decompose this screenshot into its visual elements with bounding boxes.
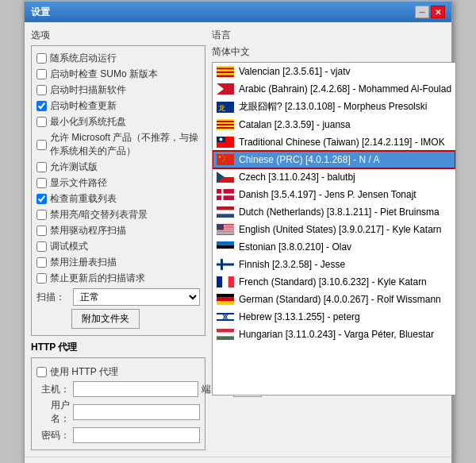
svg-rect-47 — [222, 276, 228, 287]
lang-name: French (Standard) [3.10.6.232] - Kyle Ka… — [239, 276, 427, 287]
cb-scan-new-input[interactable] — [36, 85, 47, 95]
minimize-button[interactable]: ─ — [415, 6, 429, 18]
cb-disable-driver-input[interactable] — [36, 226, 47, 236]
list-item[interactable]: Dutch (Netherlands) [3.8.1.211] - Piet B… — [213, 203, 455, 221]
cb-disable-driver-label: 禁用驱动程序扫描 — [50, 224, 126, 237]
host-label: 主机： — [36, 383, 70, 396]
scan-select[interactable]: 正常 快速 深度 — [73, 288, 200, 306]
list-item[interactable]: Czech [3.11.0.243] - balutbj — [213, 168, 455, 186]
svg-rect-39 — [217, 224, 224, 230]
svg-rect-59 — [217, 336, 234, 340]
settings-dialog: 设置 ─ ✕ 选项 随系统启动运行 启动时检查 SUMo 新版本 启动时扫 — [24, 0, 452, 463]
svg-text:龙: 龙 — [218, 104, 225, 112]
http-group: 使用 HTTP 代理 主机： 端口： 用户名： 密码： — [31, 357, 205, 450]
list-item[interactable]: Hungarian [3.11.0.243] - Varga Péter, Bl… — [213, 326, 455, 343]
cb-allow-beta-input[interactable] — [36, 162, 47, 172]
svg-rect-40 — [217, 241, 234, 245]
flag-icon — [217, 311, 234, 322]
scan-row: 扫描： 正常 快速 深度 — [36, 288, 200, 306]
add-folder-button[interactable]: 附加文件夹 — [71, 309, 140, 329]
flag-icon — [217, 66, 234, 77]
lang-section-title: 语言 — [212, 29, 456, 42]
flag-icon — [217, 119, 234, 130]
svg-rect-5 — [217, 75, 234, 78]
list-item[interactable]: Catalan [2.3.3.59] - juansa — [213, 116, 455, 133]
svg-rect-46 — [217, 276, 222, 287]
svg-rect-11 — [217, 121, 234, 122]
svg-rect-3 — [217, 71, 234, 73]
svg-rect-50 — [217, 298, 234, 302]
password-label: 密码： — [36, 429, 70, 442]
cb-disable-reg-input[interactable] — [36, 257, 47, 268]
http-section: HTTP 代理 使用 HTTP 代理 主机： 端口： 用户名： — [31, 341, 205, 450]
cb-reload-list-input[interactable] — [36, 194, 47, 204]
options-section-title: 选项 — [31, 29, 205, 42]
cb-check-sumo[interactable]: 启动时检查 SUMo 新版本 — [36, 68, 200, 81]
list-item[interactable]: French (Standard) [3.10.6.232] - Kyle Ka… — [213, 273, 455, 291]
list-item[interactable]: Traditional Chinese (Taiwan) [2.14.2.119… — [213, 133, 455, 151]
cb-auto-start-input[interactable] — [36, 53, 47, 64]
dialog-title: 设置 — [31, 6, 50, 19]
username-input[interactable] — [73, 404, 200, 420]
list-item[interactable]: Arabic (Bahrain) [2.4.2.68] - Mohammed A… — [213, 80, 455, 98]
cb-scan-new[interactable]: 启动时扫描新软件 — [36, 83, 200, 97]
svg-rect-42 — [217, 249, 234, 253]
list-item[interactable]: 龙 龙眼囧帽? [2.13.0.108] - Morpheus Presolsk… — [213, 98, 455, 116]
svg-rect-38 — [217, 233, 234, 234]
cb-auto-start-label: 随系统启动运行 — [50, 52, 117, 65]
host-input[interactable] — [73, 381, 198, 397]
cb-allow-ms-label: 允许 Microsoft 产品（不推荐，与操作系统相关的产品） — [50, 131, 200, 158]
cb-no-rescan-input[interactable] — [36, 273, 47, 284]
cb-use-http[interactable]: 使用 HTTP 代理 — [36, 365, 200, 379]
cb-disable-alt-input[interactable] — [36, 210, 47, 220]
scan-label: 扫描： — [36, 291, 68, 304]
cb-check-sumo-input[interactable] — [36, 69, 47, 79]
lang-name: Danish [3.5.4.197] - Jens P. Jensen Tona… — [239, 189, 416, 200]
svg-rect-17 — [217, 154, 234, 165]
cb-auto-start[interactable]: 随系统启动运行 — [36, 52, 200, 65]
list-item[interactable]: Valencian [2.3.5.61] - vjatv — [213, 63, 455, 80]
cb-check-update[interactable]: 启动时检查更新 — [36, 99, 200, 113]
cb-check-update-input[interactable] — [36, 101, 47, 111]
list-item[interactable]: Estonian [3.8.0.210] - Olav — [213, 238, 455, 256]
close-button[interactable]: ✕ — [431, 6, 445, 18]
language-list[interactable]: Valencian [2.3.5.61] - vjatv Arabic (Bah… — [212, 62, 456, 395]
flag-icon — [217, 329, 234, 340]
password-input[interactable] — [73, 427, 200, 443]
list-item-selected[interactable]: Chinese (PRC) [4.0.1.268] - N / A — [213, 151, 455, 168]
cb-use-http-input[interactable] — [36, 367, 47, 377]
flag-icon — [217, 224, 234, 235]
cb-debug[interactable]: 调试模式 — [36, 240, 200, 253]
svg-rect-4 — [217, 73, 234, 75]
lang-name: Valencian [2.3.5.61] - vjatv — [239, 66, 351, 77]
list-item[interactable]: Hebrew [3.13.1.255] - peterg — [213, 308, 455, 326]
cb-allow-ms[interactable]: 允许 Microsoft 产品（不推荐，与操作系统相关的产品） — [36, 131, 200, 158]
cb-reload-list[interactable]: 检查前重载列表 — [36, 192, 200, 206]
cb-minimize-tray[interactable]: 最小化到系统托盘 — [36, 115, 200, 129]
cb-minimize-tray-input[interactable] — [36, 117, 47, 127]
lang-name: Traditional Chinese (Taiwan) [2.14.2.119… — [239, 137, 445, 148]
cb-debug-input[interactable] — [36, 241, 47, 252]
cb-show-path[interactable]: 显示文件路径 — [36, 176, 200, 190]
flag-icon — [217, 137, 234, 148]
svg-rect-2 — [217, 70, 234, 71]
svg-rect-41 — [217, 245, 234, 249]
cb-allow-beta[interactable]: 允许测试版 — [36, 160, 200, 174]
flag-icon — [217, 241, 234, 253]
cb-disable-driver[interactable]: 禁用驱动程序扫描 — [36, 224, 200, 237]
flag-icon — [217, 83, 234, 95]
list-item[interactable]: Finnish [2.3.2.58] - Jesse — [213, 256, 455, 273]
list-item[interactable]: Danish [3.5.4.197] - Jens P. Jensen Tona… — [213, 186, 455, 203]
list-item[interactable]: English (United States) [3.9.0.217] - Ky… — [213, 221, 455, 238]
flag-icon — [217, 294, 234, 305]
cb-show-path-input[interactable] — [36, 178, 47, 188]
cb-disable-alt[interactable]: 禁用亮/暗交替列表背景 — [36, 208, 200, 222]
options-group: 随系统启动运行 启动时检查 SUMo 新版本 启动时扫描新软件 启动时检查更新 … — [31, 45, 205, 336]
lang-name: Finnish [2.3.2.58] - Jesse — [239, 259, 345, 270]
list-item[interactable]: German (Standard) [4.0.0.267] - Rolf Wis… — [213, 291, 455, 308]
cb-allow-ms-input[interactable] — [36, 140, 47, 150]
cb-no-rescan-label: 禁止更新后的扫描请求 — [50, 272, 145, 285]
cb-no-rescan[interactable]: 禁止更新后的扫描请求 — [36, 272, 200, 285]
lang-name: Hungarian [3.11.0.243] - Varga Péter, Bl… — [239, 329, 434, 340]
cb-disable-reg[interactable]: 禁用注册表扫描 — [36, 256, 200, 269]
